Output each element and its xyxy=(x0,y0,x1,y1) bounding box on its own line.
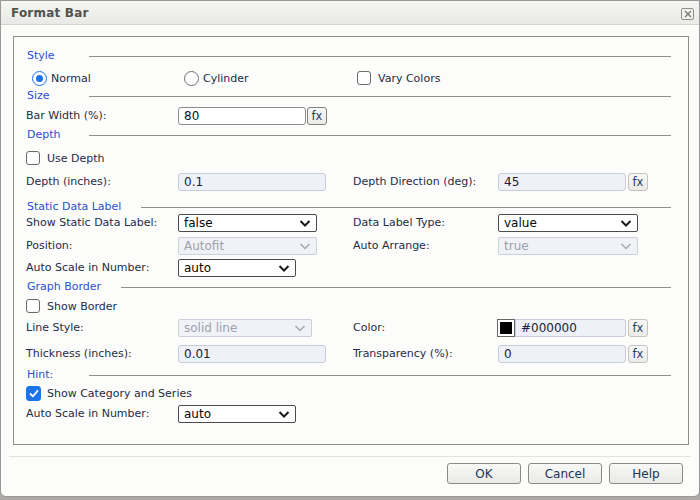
transparency-label: Transparency (%): xyxy=(353,345,453,363)
show-category-series-checkbox[interactable] xyxy=(26,386,41,401)
select-value: Autofit xyxy=(184,238,224,254)
section-title-style: Style xyxy=(27,49,69,62)
transparency-fx-button[interactable]: fx xyxy=(628,345,648,363)
section-rule xyxy=(121,287,671,288)
check-icon xyxy=(29,389,39,398)
footer-separator xyxy=(9,456,691,457)
depth-direction-label: Depth Direction (deg): xyxy=(353,173,476,191)
auto-scale-select[interactable]: auto xyxy=(178,259,296,277)
cancel-button[interactable]: Cancel xyxy=(528,463,602,484)
depth-direction-input[interactable] xyxy=(498,173,626,191)
line-style-select: solid line xyxy=(178,319,312,337)
depth-inches-label: Depth (inches): xyxy=(26,173,111,191)
transparency-input[interactable] xyxy=(498,345,626,363)
chevron-down-icon xyxy=(620,220,632,227)
select-value: solid line xyxy=(184,320,237,336)
section-rule xyxy=(89,135,671,136)
border-color-label: Color: xyxy=(353,319,385,337)
depth-direction-fx-button[interactable]: fx xyxy=(628,173,648,191)
chevron-down-icon xyxy=(299,220,311,227)
section-rule xyxy=(89,375,671,376)
use-depth-label: Use Depth xyxy=(47,151,105,166)
border-color-input[interactable] xyxy=(515,319,626,337)
section-header-static-data-label: Static Data Label xyxy=(27,200,671,213)
chevron-down-icon xyxy=(299,243,311,250)
radio-normal[interactable] xyxy=(32,71,47,86)
thickness-label: Thickness (inches): xyxy=(26,345,132,363)
show-border-checkbox[interactable] xyxy=(26,299,40,313)
hint-auto-scale-label: Auto Scale in Number: xyxy=(26,405,149,423)
format-bar-dialog: Format Bar Style Normal Cylinder Vary Co… xyxy=(0,0,700,497)
position-label: Position: xyxy=(26,237,73,255)
show-border-label: Show Border xyxy=(47,299,117,314)
line-style-label: Line Style: xyxy=(26,319,84,337)
close-icon xyxy=(684,10,692,18)
section-title-hint: Hint: xyxy=(27,368,69,381)
section-rule xyxy=(89,56,671,57)
dialog-title: Format Bar xyxy=(11,1,89,25)
show-category-series-label: Show Category and Series xyxy=(47,386,192,401)
chevron-down-icon xyxy=(294,325,306,332)
section-title-size: Size xyxy=(27,89,69,102)
section-title-graph-border: Graph Border xyxy=(27,280,101,293)
border-color-fx-button[interactable]: fx xyxy=(628,319,648,337)
section-header-style: Style xyxy=(27,49,671,62)
vary-colors-label: Vary Colors xyxy=(378,71,440,86)
section-header-hint: Hint: xyxy=(27,368,671,381)
bar-width-fx-button[interactable]: fx xyxy=(307,107,327,125)
show-static-data-label-label: Show Static Data Label: xyxy=(26,214,157,232)
use-depth-checkbox[interactable] xyxy=(26,151,40,165)
color-swatch[interactable] xyxy=(497,319,515,337)
auto-arrange-select: true xyxy=(498,237,638,255)
vary-colors-checkbox[interactable] xyxy=(357,71,371,85)
close-button[interactable] xyxy=(681,8,694,20)
bar-width-input[interactable] xyxy=(178,107,306,125)
data-label-type-select[interactable]: value xyxy=(498,214,638,232)
chevron-down-icon xyxy=(278,411,290,418)
section-header-graph-border: Graph Border xyxy=(27,280,671,293)
bar-width-label: Bar Width (%): xyxy=(26,107,107,125)
select-value: false xyxy=(184,215,213,231)
section-header-depth: Depth xyxy=(27,128,671,141)
select-value: value xyxy=(504,215,537,231)
color-swatch-fill xyxy=(500,322,512,334)
section-rule xyxy=(141,207,671,208)
section-title-depth: Depth xyxy=(27,128,69,141)
chevron-down-icon xyxy=(278,265,290,272)
auto-scale-label: Auto Scale in Number: xyxy=(26,259,149,277)
radio-cylinder-label: Cylinder xyxy=(203,71,249,86)
auto-arrange-label: Auto Arrange: xyxy=(353,237,430,255)
section-header-size: Size xyxy=(27,89,671,102)
chevron-down-icon xyxy=(620,243,632,250)
title-bar: Format Bar xyxy=(1,1,699,25)
ok-button[interactable]: OK xyxy=(447,463,521,484)
radio-normal-label: Normal xyxy=(51,71,91,86)
hint-auto-scale-select[interactable]: auto xyxy=(178,405,296,423)
show-static-data-label-select[interactable]: false xyxy=(178,214,317,232)
radio-cylinder[interactable] xyxy=(184,71,199,86)
select-value: auto xyxy=(184,406,211,422)
section-rule xyxy=(89,96,671,97)
thickness-input[interactable] xyxy=(178,345,326,363)
depth-inches-input[interactable] xyxy=(178,173,326,191)
section-title-static-data-label: Static Data Label xyxy=(27,200,121,213)
select-value: true xyxy=(504,238,529,254)
help-button[interactable]: Help xyxy=(609,463,683,484)
select-value: auto xyxy=(184,260,211,276)
position-select: Autofit xyxy=(178,237,317,255)
data-label-type-label: Data Label Type: xyxy=(353,214,445,232)
